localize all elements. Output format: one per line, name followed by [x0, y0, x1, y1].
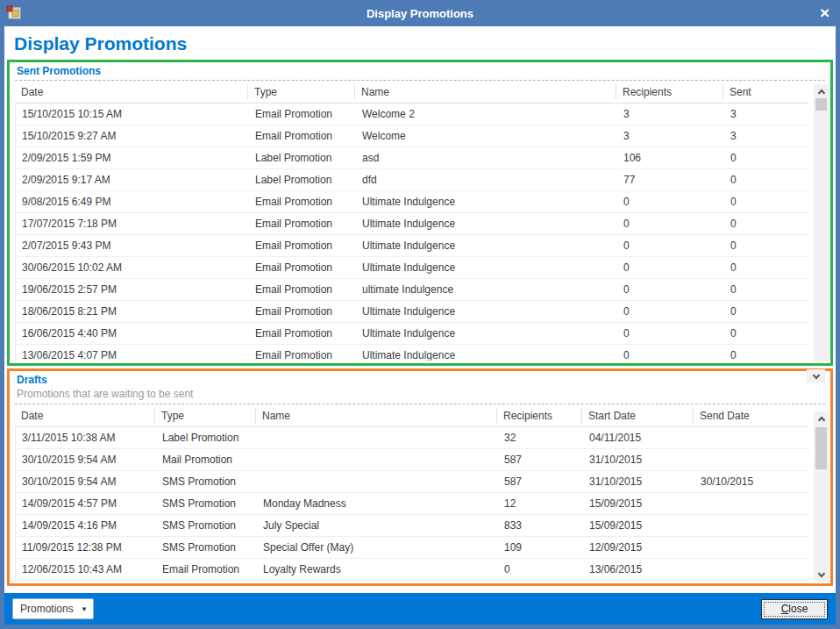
drafts-table-header: DateTypeNameRecipientsStart DateSend Dat…: [15, 404, 808, 427]
table-row[interactable]: 11/09/2015 12:38 PMSMS PromotionSpecial …: [16, 537, 808, 559]
sent-promotions-title: Sent Promotions: [10, 62, 830, 78]
cell-date: 19/06/2015 2:57 PM: [16, 283, 249, 296]
cell-type: Email Promotion: [249, 130, 356, 142]
column-header-recipients[interactable]: Recipients: [497, 408, 582, 424]
scroll-up-button[interactable]: [814, 411, 829, 425]
table-row[interactable]: 18/06/2015 8:21 PMEmail PromotionUltimat…: [16, 301, 808, 323]
cell-name: Welcome: [356, 130, 617, 142]
table-row[interactable]: 3/11/2015 10:38 AMLabel Promotion3204/11…: [16, 427, 808, 449]
cell-sent: 0: [724, 261, 808, 274]
column-header-date[interactable]: Date: [15, 84, 248, 100]
chevron-down-icon: [812, 371, 819, 378]
table-row[interactable]: 15/10/2015 9:27 AMEmail PromotionWelcome…: [16, 125, 808, 147]
cell-date: 9/08/2015 6:49 PM: [16, 196, 249, 208]
cell-sent: 0: [724, 327, 808, 340]
table-row[interactable]: 2/09/2015 9:17 AMLabel Promotiondfd770: [16, 169, 808, 191]
table-row[interactable]: 14/09/2015 4:16 PMSMS PromotionJuly Spec…: [16, 515, 808, 537]
scroll-thumb[interactable]: [815, 98, 827, 111]
cell-start_date: 31/10/2015: [583, 475, 694, 488]
cell-start_date: 15/09/2015: [583, 519, 694, 532]
cell-date: 30/10/2015 9:54 AM: [16, 454, 156, 466]
chevron-down-icon: [817, 569, 824, 576]
cell-recipients: 3: [617, 130, 724, 142]
table-row[interactable]: 14/09/2015 4:57 PMSMS PromotionMonday Ma…: [16, 493, 808, 515]
cell-date: 30/10/2015 9:54 AM: [16, 475, 156, 488]
scroll-up-button[interactable]: [814, 84, 829, 98]
column-header-start_date[interactable]: Start Date: [582, 408, 694, 424]
table-row[interactable]: 9/08/2015 6:49 PMEmail PromotionUltimate…: [16, 191, 808, 213]
table-row[interactable]: 30/10/2015 9:54 AMSMS Promotion58731/10/…: [16, 471, 808, 493]
column-header-name[interactable]: Name: [256, 408, 497, 424]
dialog-body: Display Promotions Sent Promotions DateT…: [4, 26, 836, 593]
cell-name: Ultimate Indulgence: [356, 239, 617, 252]
cell-type: Mail Promotion: [156, 454, 257, 466]
column-header-send_date[interactable]: Send Date: [694, 408, 808, 424]
scroll-down-button[interactable]: [814, 568, 829, 582]
winform-app-icon: [6, 5, 22, 20]
cell-name: ultimate Indulgence: [356, 283, 617, 296]
chevron-up-icon: [817, 89, 824, 96]
sent-table-body: 15/10/2015 10:15 AMEmail PromotionWelcom…: [15, 104, 808, 361]
column-header-name[interactable]: Name: [355, 84, 616, 100]
cell-recipients: 106: [617, 152, 724, 164]
drafts-scrollbar[interactable]: [814, 411, 829, 582]
chevron-up-icon: [817, 416, 824, 423]
table-row[interactable]: 2/07/2015 9:43 PMEmail PromotionUltimate…: [16, 235, 808, 257]
cell-start_date: 04/11/2015: [583, 432, 694, 444]
scroll-thumb[interactable]: [815, 427, 827, 469]
cell-type: Email Promotion: [249, 305, 356, 318]
cell-recipients: 0: [617, 305, 724, 318]
sent-scroll-down-button[interactable]: [807, 369, 825, 383]
drafts-table-body: 3/11/2015 10:38 AMLabel Promotion3204/11…: [15, 427, 808, 581]
column-header-recipients[interactable]: Recipients: [616, 84, 723, 100]
promotions-dropdown-button[interactable]: Promotions ▾: [12, 598, 94, 619]
cell-type: SMS Promotion: [156, 475, 257, 488]
column-header-sent[interactable]: Sent: [723, 84, 808, 100]
cell-sent: 3: [724, 130, 808, 142]
cell-date: 14/09/2015 4:16 PM: [16, 519, 156, 532]
drafts-title: Drafts: [10, 371, 830, 387]
cell-sent: 0: [724, 152, 808, 164]
cell-date: 18/06/2015 8:21 PM: [16, 305, 249, 318]
cell-name: Ultimate Indulgence: [356, 327, 617, 340]
table-row[interactable]: 19/06/2015 2:57 PMEmail Promotionultimat…: [16, 279, 808, 301]
table-row[interactable]: 30/10/2015 9:54 AMMail Promotion58731/10…: [16, 449, 808, 471]
table-row[interactable]: 30/06/2015 10:02 AMEmail PromotionUltima…: [16, 257, 808, 279]
table-row[interactable]: 12/06/2015 10:43 AMEmail PromotionLoyalt…: [16, 559, 808, 581]
cell-name: Ultimate Indulgence: [356, 305, 617, 318]
cell-type: Label Promotion: [156, 432, 257, 444]
cell-date: 13/06/2015 4:07 PM: [16, 349, 249, 361]
cell-sent: 0: [724, 349, 808, 361]
display-promotions-dialog: Display Promotions × Display Promotions …: [0, 0, 840, 629]
cell-name: Ultimate Indulgence: [356, 261, 617, 274]
cell-name: Ultimate Indulgence: [356, 349, 617, 361]
cell-date: 2/07/2015 9:43 PM: [16, 239, 249, 252]
cell-type: SMS Promotion: [156, 541, 257, 554]
table-row[interactable]: 17/07/2015 7:18 PMEmail PromotionUltimat…: [16, 213, 808, 235]
column-header-type[interactable]: Type: [155, 408, 256, 424]
cell-sent: 0: [724, 239, 808, 252]
cell-sent: 0: [724, 218, 808, 230]
cell-sent: 0: [724, 305, 808, 318]
sent-table-header: DateTypeNameRecipientsSent: [15, 81, 808, 104]
close-button[interactable]: Close: [761, 599, 828, 619]
column-header-type[interactable]: Type: [248, 84, 355, 100]
table-row[interactable]: 13/06/2015 4:07 PMEmail PromotionUltimat…: [16, 345, 808, 361]
cell-sent: 3: [724, 108, 808, 120]
cell-recipients: 3: [617, 108, 724, 120]
table-row[interactable]: 15/10/2015 10:15 AMEmail PromotionWelcom…: [16, 104, 808, 125]
cell-type: SMS Promotion: [156, 497, 257, 510]
cell-recipients: 0: [617, 196, 724, 208]
table-row[interactable]: 2/09/2015 1:59 PMLabel Promotionasd1060: [16, 147, 808, 169]
close-icon[interactable]: ×: [820, 3, 829, 24]
table-row[interactable]: 16/06/2015 4:40 PMEmail PromotionUltimat…: [16, 323, 808, 345]
cell-recipients: 0: [617, 218, 724, 230]
cell-type: Email Promotion: [156, 563, 257, 575]
sent-scrollbar[interactable]: [814, 84, 829, 361]
column-header-date[interactable]: Date: [15, 408, 155, 424]
dropdown-arrow-icon: ▾: [82, 604, 87, 613]
cell-sent: 0: [724, 174, 808, 186]
cell-name: Ultimate Indulgence: [356, 218, 617, 230]
cell-recipients: 833: [498, 519, 583, 532]
cell-name: Special Offer (May): [257, 541, 498, 554]
